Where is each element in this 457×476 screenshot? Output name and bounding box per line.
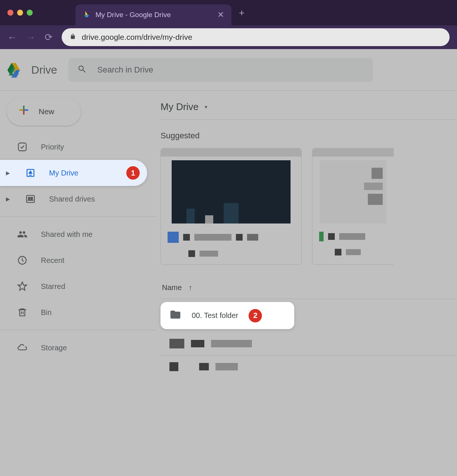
redacted-bar [161, 148, 301, 157]
breadcrumb[interactable]: My Drive ▼ [161, 101, 457, 120]
sort-ascending-icon[interactable]: ↑ [188, 283, 192, 292]
main-content: My Drive ▼ Suggested [156, 91, 457, 476]
lock-icon [70, 33, 76, 41]
svg-point-2 [28, 197, 30, 199]
divider [0, 216, 156, 217]
name-header-label: Name [162, 283, 182, 292]
suggested-row [161, 148, 457, 265]
new-tab-button[interactable]: + [239, 7, 244, 19]
tab-title: My Drive - Google Drive [95, 11, 212, 19]
nav-forward-icon: → [26, 32, 36, 43]
callout-badge-2: 2 [249, 309, 262, 322]
address-bar[interactable]: drive.google.com/drive/my-drive [62, 28, 450, 46]
priority-icon [16, 141, 28, 153]
folder-row[interactable] [161, 332, 457, 356]
new-button[interactable]: New [7, 97, 81, 126]
plus-icon [17, 103, 30, 120]
folder-row[interactable] [161, 356, 457, 378]
tab-close-icon[interactable]: ✕ [217, 10, 224, 20]
storage-icon [16, 342, 28, 354]
svg-rect-0 [19, 143, 26, 151]
drive-logo-text: Drive [31, 64, 57, 76]
sidebar-item-recent[interactable]: Recent [0, 247, 156, 273]
callout-badge-1: 1 [126, 166, 140, 180]
sidebar-item-starred[interactable]: Starred [0, 273, 156, 299]
drive-logo-icon [7, 61, 25, 79]
window-maximize[interactable] [27, 10, 33, 16]
window-close[interactable] [7, 10, 13, 16]
sidebar-item-bin[interactable]: Bin [0, 299, 156, 325]
sidebar-item-priority[interactable]: Priority [0, 134, 156, 160]
expand-icon[interactable]: ▶ [6, 170, 12, 176]
recent-icon [16, 254, 28, 266]
redacted-meta [312, 249, 394, 263]
thumbnail [172, 160, 291, 223]
window-minimize[interactable] [17, 10, 23, 16]
svg-rect-1 [27, 196, 35, 203]
folder-name: 00. Test folder [192, 311, 238, 320]
search-placeholder: Search in Drive [97, 65, 153, 75]
search-input[interactable]: Search in Drive [68, 58, 373, 82]
drive-header: Drive Search in Drive [0, 49, 457, 91]
redacted-meta [161, 227, 301, 250]
starred-icon [16, 280, 28, 292]
browser-toolbar: ← → ⟳ drive.google.com/drive/my-drive [0, 25, 457, 49]
suggested-card[interactable] [161, 148, 302, 265]
url-text: drive.google.com/drive/my-drive [82, 33, 192, 42]
sidebar-item-storage[interactable]: Storage [0, 335, 156, 361]
expand-icon[interactable]: ▶ [6, 196, 12, 202]
redacted-meta [312, 227, 394, 249]
redacted-meta [161, 250, 301, 264]
breadcrumb-label: My Drive [161, 101, 199, 113]
redacted-bar [312, 148, 394, 157]
new-button-label: New [39, 107, 54, 116]
browser-tab[interactable]: My Drive - Google Drive ✕ [75, 4, 231, 25]
folder-icon [169, 309, 181, 322]
drive-favicon-icon [83, 10, 90, 19]
nav-back-icon[interactable]: ← [7, 32, 17, 43]
suggested-card[interactable] [312, 148, 394, 265]
shared-with-me-icon [16, 228, 28, 240]
search-icon [77, 64, 87, 75]
shared-drives-icon [25, 193, 36, 205]
drive-logo[interactable]: Drive [7, 61, 57, 79]
chevron-down-icon: ▼ [204, 104, 208, 110]
browser-tab-strip: My Drive - Google Drive ✕ + [0, 0, 457, 25]
thumbnail [320, 160, 386, 223]
sidebar-item-my-drive[interactable]: ▶ My Drive 1 [0, 160, 147, 186]
bin-icon [16, 306, 28, 318]
sidebar-item-shared-with-me[interactable]: Shared with me [0, 221, 156, 247]
folder-row[interactable]: 00. Test folder 2 [161, 302, 294, 329]
sidebar: New Priority ▶ My Drive 1 ▶ [0, 91, 156, 476]
window-controls [7, 10, 33, 16]
divider [0, 330, 156, 330]
sidebar-item-shared-drives[interactable]: ▶ Shared drives [0, 186, 156, 212]
svg-point-3 [31, 197, 33, 199]
name-column-header[interactable]: Name ↑ [161, 283, 457, 299]
my-drive-icon [25, 167, 36, 179]
nav-reload-icon[interactable]: ⟳ [45, 32, 53, 43]
suggested-heading: Suggested [161, 131, 457, 141]
